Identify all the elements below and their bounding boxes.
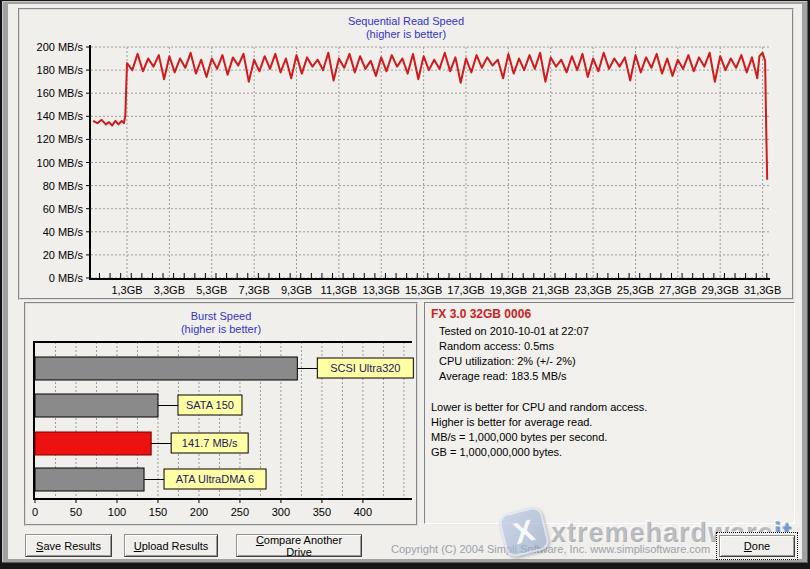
x-tick-label: 3,3GB [154,284,185,296]
sequential-read-chart: 0 MB/s20 MB/s40 MB/s60 MB/s80 MB/s100 MB… [20,10,792,298]
x-tick-label: 9,3GB [281,284,312,296]
cpu-utilization-line: CPU utilization: 2% (+/- 2%) [439,354,794,369]
y-tick-label: 40 MB/s [43,226,84,238]
burst-bar [35,394,158,417]
burst-x-tick-label: 100 [108,506,126,518]
note-line: Lower is better for CPU and random acces… [431,400,794,415]
x-tick-label: 19,3GB [490,284,527,296]
average-read-line: Average read: 183.5 MB/s [439,369,794,384]
y-tick-label: 160 MB/s [37,87,84,99]
x-tick-label: 31,3GB [744,284,781,296]
burst-x-tick-label: 50 [70,506,82,518]
burst-x-tick-label: 0 [32,506,38,518]
x-tick-label: 25,3GB [617,284,654,296]
burst-bar [35,432,151,455]
x-tick-label: 21,3GB [532,284,569,296]
compare-another-drive-button[interactable]: Compare Another Drive [236,534,362,557]
burst-x-tick-label: 300 [272,506,290,518]
burst-bar [35,357,297,380]
upload-results-button[interactable]: Upload Results [124,534,218,557]
sequential-read-panel: Sequential Read Speed (higher is better)… [18,8,794,300]
x-tick-label: 7,3GB [239,284,270,296]
note-line: MB/s = 1,000,000 bytes per second. [431,430,794,445]
compare-another-drive-label: Compare Another Drive [243,534,355,558]
drive-name: FX 3.0 32GB 0006 [431,307,790,321]
save-results-label: Save Results [36,540,101,552]
burst-speed-chart: 050100150200250300350400SCSI Ultra320SAT… [26,304,416,524]
note-line: Higher is better for average read. [431,415,794,430]
y-tick-label: 140 MB/s [37,110,84,122]
drive-details: Tested on 2010-10-01 at 22:07 Random acc… [439,324,794,384]
burst-speed-panel: Burst Speed (higher is better) 050100150… [24,302,418,526]
y-tick-label: 0 MB/s [49,272,84,284]
read-speed-line [93,53,767,180]
y-tick-label: 60 MB/s [43,203,84,215]
y-tick-label: 200 MB/s [37,41,84,53]
x-tick-label: 13,3GB [363,284,400,296]
burst-x-tick-label: 200 [190,506,208,518]
x-tick-label: 29,3GB [702,284,739,296]
bar-label-text: SCSI Ultra320 [330,362,400,374]
burst-x-tick-label: 150 [149,506,167,518]
note-line: GB = 1,000,000,000 bytes. [431,445,794,460]
x-tick-label: 23,3GB [574,284,611,296]
x-tick-label: 11,3GB [321,284,358,296]
burst-bar [35,468,144,491]
done-button[interactable]: Done [719,535,795,557]
y-tick-label: 120 MB/s [37,133,84,145]
done-button-focus-ring: Done [716,532,798,560]
x-tick-label: 15,3GB [405,284,442,296]
y-tick-label: 20 MB/s [43,249,84,261]
save-results-button[interactable]: Save Results [25,534,112,557]
y-tick-label: 100 MB/s [37,157,84,169]
drive-info-panel: FX 3.0 32GB 0006 Tested on 2010-10-01 at… [424,302,795,524]
legend-notes: Lower is better for CPU and random acces… [431,400,794,460]
bar-label-text: ATA UltraDMA 6 [176,473,254,485]
random-access-line: Random access: 0.5ms [439,339,794,354]
hd-tach-window: Sequential Read Speed (higher is better)… [0,0,810,569]
x-tick-label: 1,3GB [111,284,142,296]
x-tick-label: 5,3GB [196,284,227,296]
window-content: Sequential Read Speed (higher is better)… [8,4,802,559]
burst-x-tick-label: 400 [354,506,372,518]
copyright-text: Copyright (C) 2004 Simpli Software, Inc.… [391,543,721,555]
burst-x-tick-label: 250 [231,506,249,518]
tested-on-line: Tested on 2010-10-01 at 22:07 [439,324,794,339]
bar-label-text: SATA 150 [186,399,234,411]
upload-results-label: Upload Results [134,540,209,552]
done-label: Done [744,540,770,552]
x-tick-label: 17,3GB [447,284,484,296]
bar-label-text: 141.7 MB/s [182,437,238,449]
y-tick-label: 180 MB/s [37,64,84,76]
x-tick-label: 27,3GB [659,284,696,296]
burst-x-tick-label: 350 [313,506,331,518]
y-tick-label: 80 MB/s [43,180,84,192]
